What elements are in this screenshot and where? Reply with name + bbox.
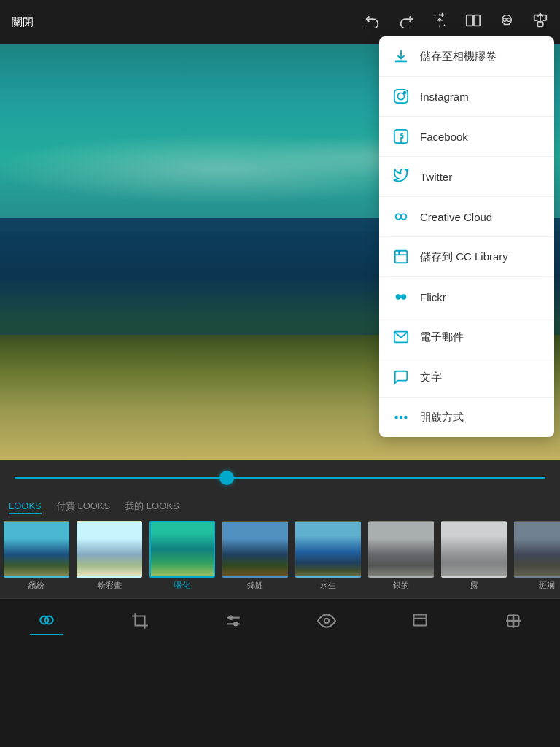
looks-carousel: 繽紛 粉彩畫 曝化 錦鯉 水生 銀的 露 斑斓 [0, 518, 560, 598]
topbar-right: + [365, 12, 548, 32]
undo-button[interactable] [365, 12, 381, 32]
close-button[interactable]: 關閉 [12, 15, 34, 29]
menu-item-open-with[interactable]: 開啟方式 [379, 398, 554, 437]
tool-looks[interactable] [30, 606, 63, 635]
tool-crop[interactable] [123, 607, 157, 635]
flickr-icon [391, 287, 411, 307]
look-label-spotted: 斑斓 [539, 580, 555, 591]
slider-thumb[interactable] [219, 471, 234, 485]
menu-item-save-camera[interactable]: 儲存至相機膠卷 [379, 36, 554, 77]
menu-label-cc-library: 儲存到 CC Library [420, 250, 508, 264]
share-button[interactable] [532, 12, 548, 32]
bottom-toolbar [0, 598, 560, 642]
svg-line-3 [444, 24, 445, 25]
creative-cloud-menu-icon [391, 206, 411, 227]
tool-heal[interactable] [497, 607, 530, 635]
svg-point-23 [397, 93, 404, 99]
facebook-icon [391, 126, 411, 147]
twitter-icon [391, 166, 411, 187]
svg-rect-10 [537, 21, 542, 26]
look-label-silver: 銀的 [393, 580, 409, 591]
menu-label-instagram: Instagram [420, 90, 469, 103]
menu-label-creative-cloud: Creative Cloud [420, 211, 492, 223]
look-label-fog: 露 [470, 580, 478, 591]
menu-item-creative-cloud[interactable]: Creative Cloud [379, 197, 554, 237]
intensity-slider-area [0, 460, 560, 496]
look-label-pastel: 粉彩畫 [98, 580, 122, 591]
undo-icon [365, 12, 381, 28]
share-icon [532, 12, 548, 28]
save-camera-icon [391, 46, 411, 66]
look-thumb-colorful [4, 521, 69, 578]
compare-button[interactable] [465, 12, 481, 32]
tool-layers[interactable] [403, 607, 437, 635]
svg-text:+: + [441, 12, 444, 18]
tab-my-looks[interactable]: 我的 LOOKS [125, 500, 179, 514]
look-label-brocade: 錦鯉 [247, 580, 263, 591]
svg-point-4 [439, 20, 440, 21]
menu-item-twitter[interactable]: Twitter [379, 157, 554, 197]
magic-button[interactable]: + [432, 12, 448, 32]
svg-rect-18 [413, 614, 426, 625]
svg-point-30 [396, 294, 401, 299]
cc-library-icon [391, 247, 411, 267]
tab-looks[interactable]: LOOKS [9, 500, 42, 514]
svg-point-27 [401, 214, 406, 219]
topbar-left: 關閉 [12, 15, 34, 29]
svg-point-8 [503, 18, 507, 21]
look-item-aquatic[interactable]: 水生 [292, 521, 365, 591]
svg-point-34 [400, 416, 403, 419]
svg-rect-6 [467, 15, 472, 26]
look-thumb-aquatic [295, 521, 361, 578]
menu-item-cc-library[interactable]: 儲存到 CC Library [379, 237, 554, 277]
menu-label-save-camera: 儲存至相機膠卷 [420, 50, 497, 63]
message-icon [391, 367, 411, 387]
crop-tool-icon [131, 611, 149, 630]
tool-selective[interactable] [310, 607, 343, 635]
svg-point-31 [401, 294, 406, 299]
svg-rect-7 [474, 15, 480, 26]
email-icon [391, 327, 411, 347]
instagram-icon [391, 86, 411, 107]
svg-point-24 [404, 92, 406, 94]
looks-tabs: LOOKS 付費 LOOKS 我的 LOOKS [0, 496, 560, 518]
redo-icon [398, 12, 414, 28]
tool-adjust[interactable] [217, 607, 250, 635]
look-thumb-expose [149, 521, 215, 578]
menu-item-email[interactable]: 電子郵件 [379, 317, 554, 357]
menu-label-email: 電子郵件 [420, 330, 464, 344]
menu-label-facebook: Facebook [420, 131, 468, 143]
menu-item-instagram[interactable]: Instagram [379, 77, 554, 117]
look-item-expose[interactable]: 曝化 [146, 521, 219, 591]
svg-point-15 [230, 616, 233, 619]
tab-paid-looks[interactable]: 付費 LOOKS [56, 500, 110, 514]
look-item-colorful[interactable]: 繽紛 [0, 521, 73, 591]
menu-item-flickr[interactable]: Flickr [379, 277, 554, 317]
creative-cloud-button[interactable] [499, 12, 515, 32]
magic-icon: + [432, 12, 448, 28]
svg-rect-21 [395, 61, 408, 63]
redo-button[interactable] [398, 12, 414, 32]
menu-item-text[interactable]: 文字 [379, 357, 554, 398]
eye-tool-icon [317, 611, 336, 630]
look-item-silver[interactable]: 銀的 [365, 521, 438, 591]
compare-icon [465, 12, 481, 28]
look-label-colorful: 繽紛 [28, 580, 44, 591]
looks-tool-icon [37, 611, 56, 630]
menu-label-open-with: 開啟方式 [420, 411, 464, 425]
look-item-spotted[interactable]: 斑斓 [510, 521, 560, 591]
slider-track[interactable] [15, 477, 545, 479]
look-item-fog[interactable]: 露 [438, 521, 510, 591]
menu-label-twitter: Twitter [420, 171, 452, 183]
menu-item-facebook[interactable]: Facebook [379, 117, 554, 157]
svg-point-17 [324, 618, 330, 623]
menu-label-text: 文字 [420, 371, 442, 384]
menu-label-flickr: Flickr [420, 291, 446, 303]
look-item-brocade[interactable]: 錦鯉 [219, 521, 292, 591]
look-thumb-spotted [514, 521, 560, 578]
adjust-tool-icon [224, 611, 243, 630]
look-thumb-fog [441, 521, 507, 578]
look-item-pastel[interactable]: 粉彩畫 [73, 521, 146, 591]
look-label-expose: 曝化 [174, 580, 190, 591]
share-dropdown-menu: 儲存至相機膠卷 Instagram Facebook Twitter [379, 36, 554, 437]
